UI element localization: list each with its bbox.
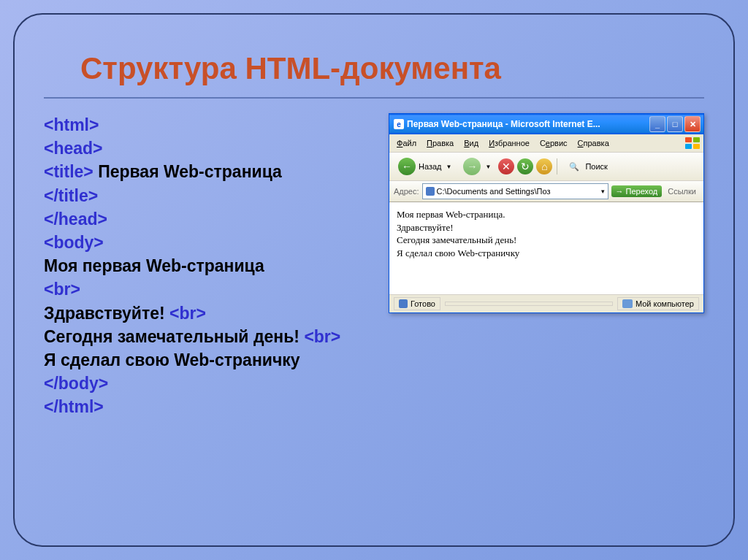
back-arrow-icon: ←: [398, 158, 416, 175]
menubar: Файл Правка Вид Избранное Сервис Справка: [389, 134, 703, 153]
go-button[interactable]: → Переход: [611, 185, 663, 197]
home-button[interactable]: ⌂: [536, 158, 552, 174]
refresh-button[interactable]: ↻: [517, 158, 533, 174]
close-button[interactable]: ✕: [684, 116, 701, 132]
back-label: Назад: [419, 162, 442, 171]
search-button[interactable]: 🔍 Поиск: [562, 156, 611, 177]
status-ready-label: Готово: [411, 299, 435, 308]
status-zone-label: Мой компьютер: [636, 299, 694, 308]
tag-title-close: </title>: [44, 186, 98, 205]
status-zone: Мой компьютер: [617, 297, 699, 310]
menu-file[interactable]: Файл: [392, 137, 421, 149]
toolbar-separator: [557, 158, 557, 174]
menu-tools[interactable]: Сервис: [535, 137, 572, 149]
window-title: Первая Web-страница - Microsoft Internet…: [407, 119, 649, 129]
content-line-4: Я сделал свою Web-страничку: [397, 247, 696, 260]
toolbar: ← Назад ▼ → ▼ ✕ ↻ ⌂ 🔍 Поиск: [389, 153, 703, 181]
address-input[interactable]: C:\Documents and Settings\Поз ▾: [422, 183, 608, 199]
tag-br-1: <br>: [44, 280, 80, 299]
tag-body-open: <body>: [44, 233, 104, 252]
back-button[interactable]: ← Назад ▼: [394, 156, 456, 177]
content-line-3: Сегодня замечательный день!: [397, 234, 696, 247]
mycomputer-icon: [622, 299, 633, 308]
tag-br-2: <br>: [169, 304, 206, 323]
tag-body-close: </body>: [44, 374, 108, 393]
forward-dropdown-icon: ▼: [485, 164, 491, 170]
address-dropdown-icon[interactable]: ▾: [601, 188, 605, 195]
minimize-button[interactable]: _: [649, 116, 665, 132]
content-line-2: Здравствуйте!: [397, 221, 696, 234]
address-value: C:\Documents and Settings\Поз: [437, 187, 551, 196]
ie-page-icon: e: [394, 119, 404, 129]
browser-window: e Первая Web-страница - Microsoft Intern…: [389, 113, 704, 313]
tag-br-3: <br>: [304, 327, 340, 346]
window-buttons: _ □ ✕: [649, 116, 701, 132]
menu-view[interactable]: Вид: [459, 137, 483, 149]
status-ready: Готово: [394, 297, 440, 310]
code-line-4: Я сделал свою Web-страничку: [44, 350, 300, 369]
windows-logo-icon: [684, 137, 701, 150]
search-label: Поиск: [585, 162, 607, 171]
page-title: Структура HTML-документа: [80, 51, 704, 86]
tag-html-open: <html>: [44, 115, 99, 134]
status-ie-icon: [399, 299, 408, 308]
ie-doc-icon: [426, 187, 435, 196]
divider: [44, 97, 704, 99]
address-label: Адрес:: [394, 187, 419, 196]
status-mid: [445, 302, 613, 306]
tag-head-close: </head>: [44, 210, 107, 229]
titlebar[interactable]: e Первая Web-страница - Microsoft Intern…: [389, 114, 703, 134]
menu-help[interactable]: Справка: [573, 137, 614, 149]
menu-favorites[interactable]: Избранное: [484, 137, 534, 149]
title-text: Первая Web-страница: [94, 162, 282, 181]
code-line-1: Моя первая Web-страница: [44, 256, 264, 275]
content-area: <html> <head> <title> Первая Web-страниц…: [44, 113, 704, 418]
forward-button[interactable]: → ▼: [459, 156, 495, 177]
back-dropdown-icon: ▼: [446, 164, 452, 170]
go-label: Переход: [626, 187, 658, 196]
stop-button[interactable]: ✕: [498, 158, 514, 174]
menu-edit[interactable]: Правка: [422, 137, 458, 149]
slide-frame: Структура HTML-документа <html> <head> <…: [13, 13, 735, 547]
content-line-1: Моя первая Web-страница.: [397, 208, 696, 221]
forward-arrow-icon: →: [463, 158, 481, 175]
tag-title-open: <title>: [44, 162, 94, 181]
links-label[interactable]: Ссылки: [665, 187, 699, 196]
search-icon: 🔍: [566, 158, 582, 174]
maximize-button[interactable]: □: [667, 116, 683, 132]
statusbar: Готово Мой компьютер: [389, 294, 703, 312]
addressbar: Адрес: C:\Documents and Settings\Поз ▾ →…: [389, 181, 703, 202]
go-arrow-icon: →: [616, 187, 624, 196]
code-line-2: Здравствуйте!: [44, 304, 169, 323]
browser-content: Моя первая Web-страница. Здравствуйте! С…: [389, 202, 703, 294]
tag-head-open: <head>: [44, 139, 103, 158]
code-line-3: Сегодня замечательный день!: [44, 327, 304, 346]
tag-html-close: </html>: [44, 397, 104, 416]
code-block: <html> <head> <title> Первая Web-страниц…: [44, 113, 374, 418]
